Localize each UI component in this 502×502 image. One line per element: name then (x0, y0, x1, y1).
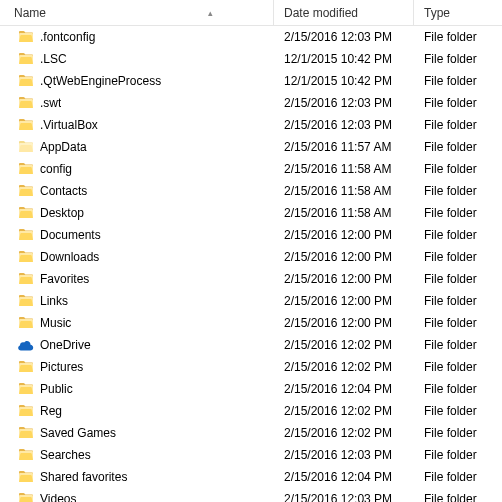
file-row[interactable]: Pictures2/15/2016 12:02 PMFile folder (0, 356, 502, 378)
file-type-cell: File folder (414, 250, 502, 264)
file-row[interactable]: Saved Games2/15/2016 12:02 PMFile folder (0, 422, 502, 444)
file-name-cell: config (0, 161, 274, 177)
folder-icon (18, 29, 34, 45)
file-name-label: Shared favorites (40, 470, 127, 484)
file-type-cell: File folder (414, 96, 502, 110)
folder-icon (18, 51, 34, 67)
file-date-cell: 2/15/2016 12:03 PM (274, 118, 414, 132)
folder-icon (18, 183, 34, 199)
file-name-cell: .QtWebEngineProcess (0, 73, 274, 89)
folder-icon (18, 381, 34, 397)
file-type-cell: File folder (414, 272, 502, 286)
file-name-label: Desktop (40, 206, 84, 220)
file-type-cell: File folder (414, 492, 502, 502)
file-type-cell: File folder (414, 360, 502, 374)
file-name-cell: .LSC (0, 51, 274, 67)
file-type-cell: File folder (414, 316, 502, 330)
folder-icon (18, 95, 34, 111)
file-name-cell: Shared favorites (0, 469, 274, 485)
file-date-cell: 2/15/2016 12:02 PM (274, 338, 414, 352)
folder-icon (18, 249, 34, 265)
file-row[interactable]: Desktop2/15/2016 11:58 AMFile folder (0, 202, 502, 224)
file-row[interactable]: .fontconfig2/15/2016 12:03 PMFile folder (0, 26, 502, 48)
file-name-cell: Music (0, 315, 274, 331)
column-header-date-label: Date modified (284, 6, 358, 20)
file-name-cell: Videos (0, 491, 274, 502)
file-name-cell: Pictures (0, 359, 274, 375)
file-type-cell: File folder (414, 206, 502, 220)
file-name-label: Favorites (40, 272, 89, 286)
file-name-cell: Links (0, 293, 274, 309)
file-date-cell: 2/15/2016 12:03 PM (274, 492, 414, 502)
folder-icon (18, 315, 34, 331)
file-name-cell: Favorites (0, 271, 274, 287)
file-name-label: Videos (40, 492, 76, 502)
file-row[interactable]: Shared favorites2/15/2016 12:04 PMFile f… (0, 466, 502, 488)
file-row[interactable]: .swt2/15/2016 12:03 PMFile folder (0, 92, 502, 114)
column-header-type[interactable]: Type (414, 0, 502, 25)
file-name-cell: AppData (0, 139, 274, 155)
file-name-cell: Searches (0, 447, 274, 463)
file-type-cell: File folder (414, 470, 502, 484)
file-row[interactable]: Favorites2/15/2016 12:00 PMFile folder (0, 268, 502, 290)
file-date-cell: 2/15/2016 12:03 PM (274, 448, 414, 462)
file-date-cell: 2/15/2016 11:58 AM (274, 162, 414, 176)
folder-light-icon (18, 139, 34, 155)
file-name-cell: Saved Games (0, 425, 274, 441)
column-header-date[interactable]: Date modified (274, 0, 414, 25)
file-row[interactable]: Documents2/15/2016 12:00 PMFile folder (0, 224, 502, 246)
file-row[interactable]: .LSC12/1/2015 10:42 PMFile folder (0, 48, 502, 70)
file-date-cell: 2/15/2016 12:00 PM (274, 316, 414, 330)
file-name-label: Music (40, 316, 71, 330)
file-name-cell: .fontconfig (0, 29, 274, 45)
file-name-label: .swt (40, 96, 61, 110)
column-header-name[interactable]: Name ▴ (0, 0, 274, 25)
file-type-cell: File folder (414, 52, 502, 66)
column-header-type-label: Type (424, 6, 450, 20)
file-date-cell: 2/15/2016 12:02 PM (274, 404, 414, 418)
file-row[interactable]: Links2/15/2016 12:00 PMFile folder (0, 290, 502, 312)
file-row[interactable]: Contacts2/15/2016 11:58 AMFile folder (0, 180, 502, 202)
file-type-cell: File folder (414, 426, 502, 440)
file-type-cell: File folder (414, 74, 502, 88)
file-name-label: Documents (40, 228, 101, 242)
file-date-cell: 2/15/2016 12:03 PM (274, 96, 414, 110)
file-name-cell: Documents (0, 227, 274, 243)
file-type-cell: File folder (414, 382, 502, 396)
folder-icon (18, 271, 34, 287)
file-type-cell: File folder (414, 228, 502, 242)
file-date-cell: 2/15/2016 12:04 PM (274, 382, 414, 396)
folder-icon (18, 359, 34, 375)
file-date-cell: 2/15/2016 12:04 PM (274, 470, 414, 484)
file-row[interactable]: .VirtualBox2/15/2016 12:03 PMFile folder (0, 114, 502, 136)
folder-icon (18, 161, 34, 177)
file-row[interactable]: Public2/15/2016 12:04 PMFile folder (0, 378, 502, 400)
file-list: .fontconfig2/15/2016 12:03 PMFile folder… (0, 26, 502, 502)
file-name-cell: Downloads (0, 249, 274, 265)
file-type-cell: File folder (414, 404, 502, 418)
file-name-label: Downloads (40, 250, 99, 264)
file-date-cell: 2/15/2016 12:02 PM (274, 426, 414, 440)
file-name-label: Links (40, 294, 68, 308)
file-date-cell: 2/15/2016 11:57 AM (274, 140, 414, 154)
column-header-row: Name ▴ Date modified Type (0, 0, 502, 26)
file-name-label: .QtWebEngineProcess (40, 74, 161, 88)
file-row[interactable]: config2/15/2016 11:58 AMFile folder (0, 158, 502, 180)
file-date-cell: 2/15/2016 12:00 PM (274, 294, 414, 308)
file-name-label: Contacts (40, 184, 87, 198)
file-name-cell: .VirtualBox (0, 117, 274, 133)
file-row[interactable]: Searches2/15/2016 12:03 PMFile folder (0, 444, 502, 466)
file-date-cell: 12/1/2015 10:42 PM (274, 52, 414, 66)
file-row[interactable]: OneDrive2/15/2016 12:02 PMFile folder (0, 334, 502, 356)
file-name-label: Public (40, 382, 73, 396)
file-row[interactable]: AppData2/15/2016 11:57 AMFile folder (0, 136, 502, 158)
file-row[interactable]: Videos2/15/2016 12:03 PMFile folder (0, 488, 502, 502)
file-row[interactable]: Downloads2/15/2016 12:00 PMFile folder (0, 246, 502, 268)
file-row[interactable]: Reg2/15/2016 12:02 PMFile folder (0, 400, 502, 422)
file-name-label: AppData (40, 140, 87, 154)
file-row[interactable]: .QtWebEngineProcess12/1/2015 10:42 PMFil… (0, 70, 502, 92)
file-name-label: Pictures (40, 360, 83, 374)
file-row[interactable]: Music2/15/2016 12:00 PMFile folder (0, 312, 502, 334)
folder-icon (18, 447, 34, 463)
folder-icon (18, 205, 34, 221)
